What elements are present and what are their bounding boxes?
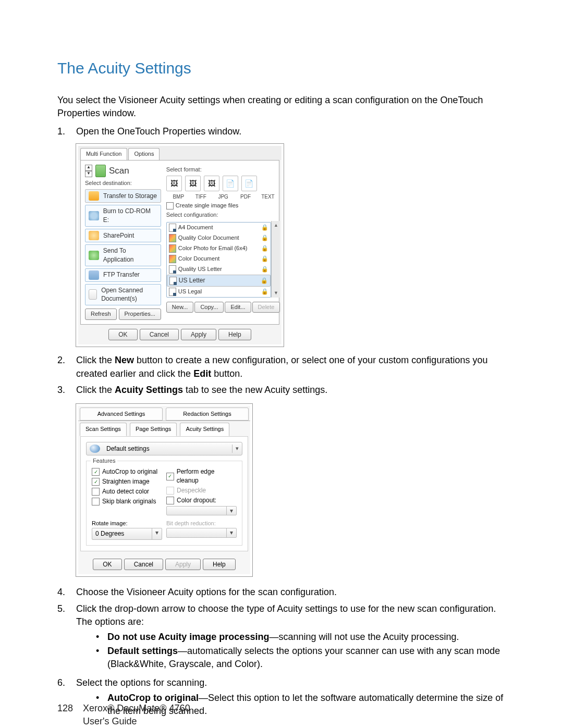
lock-icon: 🔒 [261, 255, 268, 263]
footer-line: Xerox® DocuMate® 4760 [83, 703, 190, 713]
preset-dropdown[interactable]: Default settings ▾ [86, 442, 242, 456]
ok-button[interactable]: OK [108, 329, 137, 341]
page-heading: The Acuity Settings [57, 57, 506, 79]
config-item[interactable]: US Letter🔒 [167, 275, 271, 287]
tab-multi-function[interactable]: Multi Function [80, 148, 127, 160]
format-bmp-icon[interactable]: 🖼 [166, 176, 182, 191]
scan-icon [95, 165, 106, 177]
tab-advanced-settings[interactable]: Advanced Settings [80, 408, 163, 421]
help-button[interactable]: Help [203, 559, 236, 571]
format-tiff-icon[interactable]: 🖼 [185, 176, 201, 191]
step-number: 1. [57, 125, 76, 138]
rotate-image-label: Rotate image: [92, 520, 162, 527]
step-text: Click the Acuity Settings tab to see the… [76, 384, 327, 397]
format-label: PDF [235, 193, 257, 201]
delete-button[interactable]: Delete [252, 302, 280, 313]
autocrop-checkbox[interactable]: ✓AutoCrop to original [92, 467, 162, 476]
bit-depth-select: ▾ [166, 528, 237, 538]
copy-button[interactable]: Copy... [194, 302, 224, 313]
acuity-icon [90, 445, 100, 453]
step-text: Choose the Visioneer Acuity options for … [76, 586, 337, 599]
step-number: 2. [57, 354, 76, 380]
lock-icon: 🔒 [261, 234, 268, 242]
edge-cleanup-checkbox[interactable]: ✓Perform edge cleanup [166, 467, 237, 485]
page-number: 128 [57, 702, 80, 715]
features-group-label: Features [91, 457, 117, 465]
bullet-item: Default settings—automatically selects t… [96, 645, 506, 671]
scan-title: Scan [109, 165, 129, 177]
footer-line: User's Guide [83, 716, 137, 726]
lock-icon: 🔒 [261, 224, 268, 231]
format-label: TEXT [256, 193, 279, 201]
destination-item[interactable]: Open Scanned Document(s) [85, 284, 161, 306]
chevron-down-icon: ▾ [226, 507, 236, 515]
destination-item[interactable]: FTP Transfer [85, 268, 161, 282]
format-label: TIFF [190, 193, 212, 201]
properties-button[interactable]: Properties... [119, 309, 161, 319]
tab-options[interactable]: Options [128, 148, 160, 160]
format-jpg-icon[interactable]: 🖼 [204, 176, 219, 191]
help-button[interactable]: Help [218, 329, 251, 341]
refresh-button[interactable]: Refresh [85, 309, 117, 319]
chevron-down-icon: ▾ [226, 528, 236, 537]
color-dropout-checkbox[interactable]: Color dropout: [166, 496, 237, 505]
scan-spinner[interactable]: ▲▼ [85, 165, 92, 177]
new-button[interactable]: New... [166, 302, 194, 313]
destination-item[interactable]: SharePoint [85, 229, 161, 242]
page-footer: 128 Xerox® DocuMate® 4760 User's Guide [57, 702, 190, 728]
autodetect-color-checkbox[interactable]: Auto detect color [92, 487, 162, 496]
color-dropout-select: ▾ [166, 506, 237, 516]
create-single-image-checkbox[interactable]: Create single image files [166, 202, 280, 209]
select-configuration-label: Select configuration: [166, 211, 280, 219]
config-item[interactable]: A4 Document🔒 [167, 223, 271, 233]
step-text: Click the New button to create a new con… [76, 354, 506, 380]
step-text: Click the drop-down arrow to choose the … [76, 602, 506, 673]
straighten-checkbox[interactable]: ✓Straighten image [92, 477, 162, 486]
format-label: JPG [212, 193, 235, 201]
apply-button: Apply [165, 559, 201, 571]
rotate-image-select[interactable]: 0 Degrees▾ [92, 528, 162, 540]
acuity-settings-screenshot: Advanced Settings Redaction Settings Sca… [76, 404, 252, 577]
tab-scan-settings[interactable]: Scan Settings [80, 423, 127, 436]
skip-blank-checkbox[interactable]: Skip blank originals [92, 497, 162, 506]
tab-acuity-settings[interactable]: Acuity Settings [180, 423, 229, 436]
bullet-item: Do not use Acuity image processing—scann… [96, 631, 506, 644]
format-pdf-icon[interactable]: 📄 [223, 176, 238, 191]
chevron-down-icon[interactable]: ▾ [152, 528, 162, 539]
select-destination-label: Select destination: [85, 179, 161, 187]
destination-item[interactable]: Send To Application [85, 244, 161, 266]
config-item[interactable]: Quality US Letter🔒 [167, 264, 271, 275]
format-text-icon[interactable]: 📄 [241, 176, 257, 191]
bit-depth-label: Bit depth reduction: [166, 520, 237, 527]
format-label: BMP [167, 193, 190, 201]
config-item[interactable]: Color Document🔒 [167, 254, 271, 264]
chevron-down-icon[interactable]: ▾ [232, 445, 242, 452]
config-scrollbar[interactable]: ▲▼ [271, 221, 280, 298]
step-number: 4. [57, 586, 76, 599]
destination-item[interactable]: Transfer to Storage [85, 189, 161, 203]
onetouch-properties-screenshot: Multi Function Options ▲▼ Scan Select de… [76, 144, 284, 347]
destination-item[interactable]: Burn to CD-ROM E: [85, 205, 161, 227]
step-number: 5. [57, 602, 76, 673]
cancel-button[interactable]: Cancel [124, 559, 163, 571]
intro-paragraph: You select the Visioneer Acuity settings… [57, 94, 506, 120]
select-format-label: Select format: [166, 166, 280, 174]
tab-redaction-settings[interactable]: Redaction Settings [166, 408, 249, 421]
lock-icon: 🔒 [261, 288, 268, 295]
edit-button[interactable]: Edit... [225, 302, 251, 313]
cancel-button[interactable]: Cancel [140, 329, 179, 341]
step-number: 3. [57, 384, 76, 397]
lock-icon: 🔒 [261, 277, 268, 285]
step-text: Open the OneTouch Properties window. [76, 125, 241, 138]
ok-button[interactable]: OK [93, 559, 121, 571]
config-item[interactable]: Color Photo for Email (6x4)🔒 [167, 243, 271, 254]
tab-page-settings[interactable]: Page Settings [130, 423, 177, 436]
lock-icon: 🔒 [261, 265, 268, 273]
apply-button[interactable]: Apply [181, 329, 216, 341]
config-item[interactable]: US Legal🔒 [167, 287, 271, 297]
config-item[interactable]: Quality Color Document🔒 [167, 233, 271, 243]
despeckle-checkbox: Despeckle [166, 486, 237, 495]
lock-icon: 🔒 [261, 244, 268, 252]
